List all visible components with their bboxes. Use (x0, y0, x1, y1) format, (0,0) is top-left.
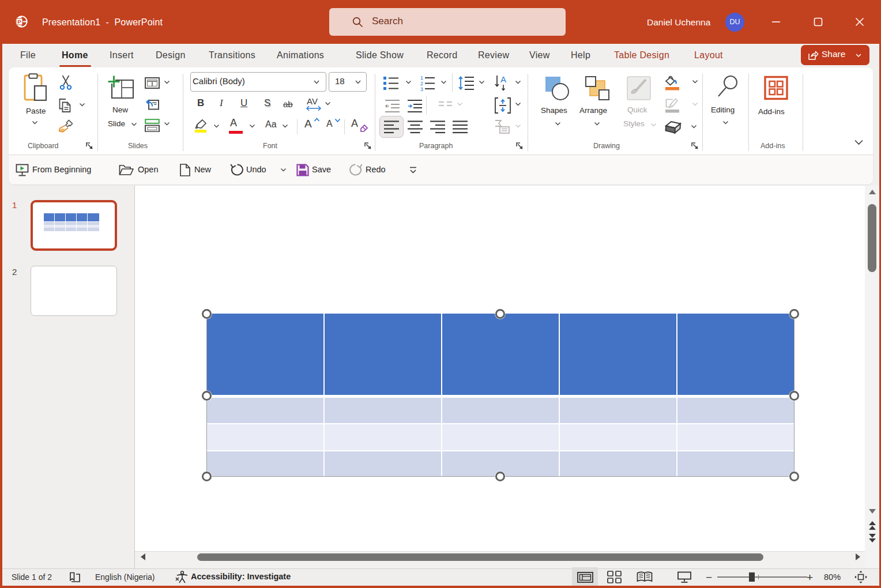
svg-text:2: 2 (420, 81, 423, 86)
svg-text:1: 1 (420, 75, 423, 81)
svg-text:P: P (17, 18, 21, 25)
svg-text:3: 3 (420, 86, 423, 91)
svg-text:A: A (500, 74, 506, 84)
